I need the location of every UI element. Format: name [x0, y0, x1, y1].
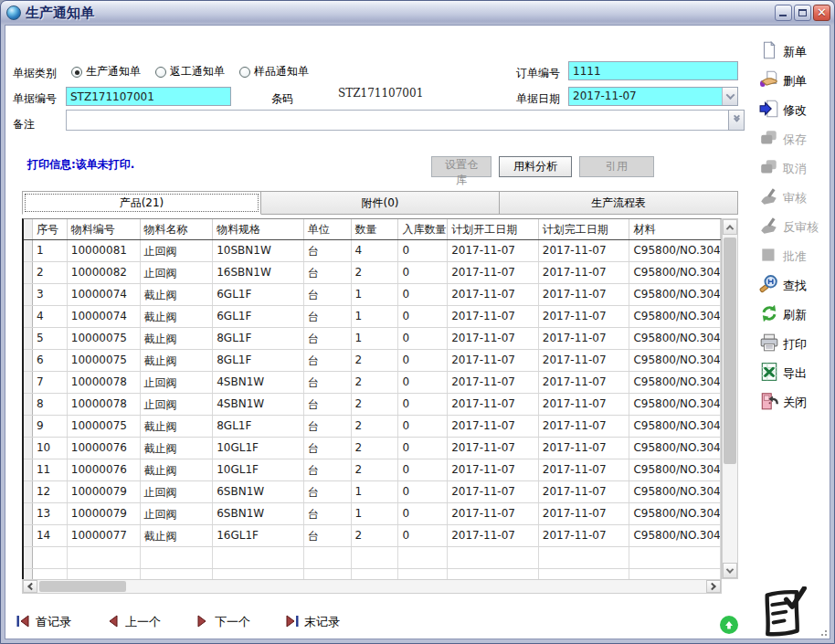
table-cell: 4SBN1W	[213, 394, 304, 415]
resize-grip[interactable]	[818, 627, 827, 636]
sidebar-button-导出[interactable]: 导出	[759, 359, 832, 388]
table-cell: 10000074	[68, 306, 141, 327]
table-row[interactable]: 1110000076截止阀10GL1F台202017-11-072017-11-…	[24, 459, 721, 481]
table-row[interactable]: 110000081止回阀10SBN1W台402017-11-072017-11-…	[24, 240, 721, 262]
table-row[interactable]	[24, 569, 721, 579]
sidebar-button-label: 打印	[783, 336, 807, 353]
remarks-expand-button[interactable]	[728, 110, 745, 131]
table-cell: 1	[33, 240, 68, 261]
titlebar: 生产通知单 ✕	[1, 1, 834, 25]
tab-2[interactable]: 生产流程表	[500, 191, 738, 215]
table-row[interactable]: 1010000076截止阀10GL1F台202017-11-072017-11-…	[24, 438, 721, 459]
table-row[interactable]: 510000075截止阀8GL1F台102017-11-072017-11-07…	[24, 328, 721, 350]
table-cell: 7	[33, 372, 68, 393]
table-cell: C95800/NO.304	[629, 284, 721, 305]
sidebar-button-新单[interactable]: 新单	[759, 37, 832, 67]
horizontal-scroll-thumb[interactable]	[39, 581, 126, 592]
table-cell: C95800/NO.304	[629, 459, 721, 480]
doc-date-combobox[interactable]: 2017-11-07	[568, 87, 738, 106]
table-row[interactable]: 1410000077截止阀16GL1F台202017-11-072017-11-…	[24, 525, 721, 547]
app-logo-clipboard-check-icon	[756, 586, 811, 639]
doc-type-radio-2[interactable]: 样品通知单	[239, 64, 309, 79]
nav-last-record[interactable]: 末记录	[285, 614, 340, 630]
scroll-up-button[interactable]	[723, 219, 737, 235]
table-cell: 16GL1F	[213, 525, 304, 546]
sidebar-button-关闭[interactable]: 关闭	[759, 388, 832, 417]
chevron-down-icon	[726, 565, 734, 573]
scroll-left-button[interactable]	[23, 580, 37, 593]
table-cell: 台	[304, 372, 352, 393]
app-globe-icon	[6, 5, 21, 20]
table-row[interactable]: 810000078止回阀4SBN1W台202017-11-072017-11-0…	[24, 394, 721, 416]
table-row[interactable]: 710000078止回阀4SBN1W台202017-11-072017-11-0…	[24, 372, 721, 394]
table-cell: 截止阀	[141, 350, 214, 371]
table-row[interactable]: 410000074截止阀6GL1F台102017-11-072017-11-07…	[24, 306, 721, 328]
doc-type-radio-1[interactable]: 返工通知单	[155, 64, 225, 79]
table-cell: 台	[304, 481, 352, 502]
action-sidebar: 新单删单修改保存取消审核反审核批准查找刷新打印导出关闭	[759, 37, 832, 417]
sidebar-button-取消: 取消	[759, 154, 832, 184]
vertical-scroll-thumb[interactable]	[724, 238, 736, 464]
table-cell: 10000074	[68, 284, 141, 305]
table-row[interactable]: 910000075截止阀8GL1F台202017-11-072017-11-07…	[24, 416, 721, 438]
table-row[interactable]: 1210000079止回阀6SBN1W台102017-11-072017-11-…	[24, 481, 721, 503]
row-indicator	[24, 262, 33, 283]
minimize-button[interactable]	[775, 5, 792, 21]
table-cell: 台	[304, 328, 352, 349]
table-row[interactable]: 210000082止回阀16SBN1W台202017-11-072017-11-…	[24, 262, 721, 284]
table-cell: 0	[398, 438, 448, 459]
table-cell: 截止阀	[141, 284, 214, 305]
form-button-1[interactable]: 用料分析	[499, 156, 572, 177]
barcode-label: 条码	[271, 91, 293, 107]
table-cell: 10000078	[68, 394, 141, 415]
table-row[interactable]: 1310000079止回阀6SBN1W台102017-11-072017-11-…	[24, 503, 721, 525]
table-cell: 4	[33, 306, 68, 327]
scroll-right-button[interactable]	[706, 580, 721, 593]
horizontal-scrollbar[interactable]	[22, 579, 722, 594]
chevron-left-icon	[27, 583, 35, 590]
table-cell: 1	[352, 503, 399, 524]
tab-strip: 产品(21)附件(0)生产流程表	[22, 191, 738, 215]
sidebar-button-删单[interactable]: 删单	[759, 67, 832, 96]
remarks-input[interactable]	[66, 110, 729, 131]
close-button[interactable]: ✕	[813, 5, 830, 21]
table-cell: 止回阀	[141, 394, 214, 415]
sidebar-button-修改[interactable]: 修改	[759, 96, 832, 125]
table-cell: 2017-11-07	[448, 306, 539, 327]
table-row[interactable]: 310000074截止阀6GL1F台102017-11-072017-11-07…	[24, 284, 721, 306]
table-row[interactable]: 610000075截止阀8GL1F台202017-11-072017-11-07…	[24, 350, 721, 372]
table-cell: 14	[33, 525, 68, 546]
scroll-down-button[interactable]	[723, 563, 737, 578]
table-cell: 6	[33, 350, 68, 371]
doc-date-value: 2017-11-07	[569, 88, 722, 105]
sidebar-button-label: 关闭	[783, 395, 807, 411]
sidebar-button-查找[interactable]: 查找	[759, 271, 832, 301]
sidebar-button-刷新[interactable]: 刷新	[759, 301, 832, 330]
doc-type-radio-0[interactable]: 生产通知单	[71, 64, 141, 79]
table-cell: 10SBN1W	[213, 240, 304, 261]
row-indicator	[24, 240, 33, 261]
sidebar-button-打印[interactable]: 打印	[759, 330, 832, 359]
vertical-scrollbar[interactable]	[722, 218, 738, 579]
maximize-button[interactable]	[794, 5, 811, 21]
nav-next-record[interactable]: 下一个	[196, 614, 250, 630]
nav-first-record[interactable]: 首记录	[16, 614, 71, 630]
table-row[interactable]	[24, 547, 721, 569]
doc-date-dropdown-button[interactable]	[722, 88, 737, 105]
table-cell: 台	[304, 350, 352, 371]
table-cell: 8GL1F	[213, 328, 304, 349]
row-indicator	[24, 459, 33, 480]
table-cell: 截止阀	[141, 438, 214, 459]
first-record-icon	[16, 615, 30, 630]
doc-no-input[interactable]: STZ171107001	[66, 87, 231, 106]
table-cell	[352, 547, 399, 568]
form-button-0: 设置仓库	[431, 156, 491, 177]
table-cell: 2017-11-07	[448, 416, 539, 437]
order-no-input[interactable]: 1111	[568, 61, 738, 80]
tab-0[interactable]: 产品(21)	[22, 191, 261, 215]
table-cell: 截止阀	[141, 459, 214, 480]
chevron-down-icon	[725, 90, 735, 100]
tab-1[interactable]: 附件(0)	[261, 191, 500, 215]
nav-previous-record[interactable]: 上一个	[106, 614, 161, 630]
table-cell: 2017-11-07	[539, 372, 630, 393]
